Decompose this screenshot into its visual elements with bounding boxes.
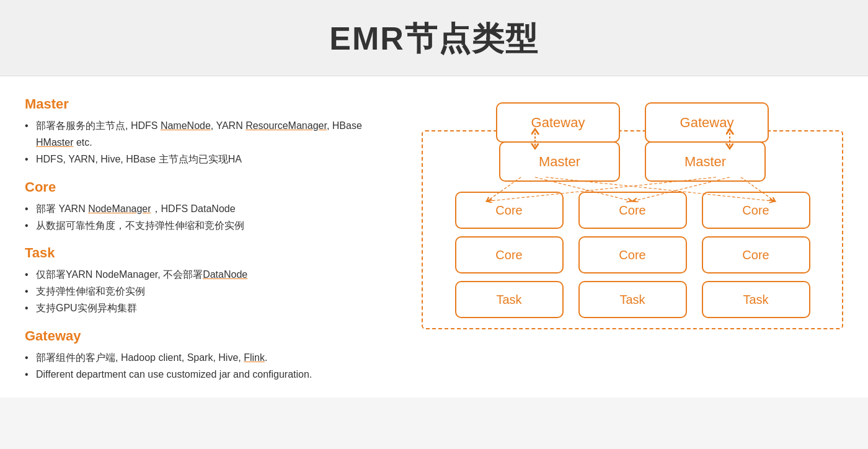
core-bullet-2: 从数据可靠性角度，不支持弹性伸缩和竞价实例 [25,217,397,234]
task-row: Task Task Task [433,281,832,318]
task-section-title: Task [25,245,397,261]
core-row-2: Core Core Core [433,236,832,273]
master-node-1: Master [499,141,620,182]
core-node-2-3: Core [702,236,810,273]
core-bullet-list: 部署 YARN NodeManager，HDFS DataNode 从数据可靠性… [25,200,397,234]
hmaster-text: HMaster [36,137,73,148]
task-bullet-2: 支持弹性伸缩和竞价实例 [25,283,397,300]
task-bullet-list: 仅部署YARN NodeManager, 不会部署DataNode 支持弹性伸缩… [25,266,397,317]
task-node-2: Task [578,281,687,318]
task-bullet-3: 支持GPU实例异构集群 [25,300,397,316]
gateway-bullet-list: 部署组件的客户端, Hadoop client, Spark, Hive, Fl… [25,349,397,383]
gateway-node-2: Gateway [645,102,769,143]
core-section-title: Core [25,179,397,195]
core-node-1-3: Core [702,192,810,229]
left-panel: Master 部署各服务的主节点, HDFS NameNode, YARN Re… [25,96,409,385]
page-header: EMR节点类型 [0,0,868,76]
cluster-box: Master Master Core Core Core [422,130,843,329]
master-section-title: Master [25,96,397,112]
task-bullet-1: 仅部署YARN NodeManager, 不会部署DataNode [25,266,397,283]
master-bullet-1: 部署各服务的主节点, HDFS NameNode, YARN ResourceM… [25,117,397,151]
gateway-bullet-1: 部署组件的客户端, Hadoop client, Spark, Hive, Fl… [25,349,397,366]
resourcemanager-text: ResourceManager [246,120,327,131]
gateway-bullet-2: Different department can use customized … [25,366,397,383]
master-bullet-2: HDFS, YARN, Hive, HBase 主节点均已实现HA [25,151,397,167]
master-bullet-list: 部署各服务的主节点, HDFS NameNode, YARN ResourceM… [25,117,397,168]
gateway-node-1: Gateway [496,102,620,143]
gateway-section-title: Gateway [25,328,397,344]
datanode-text: DataNode [203,269,247,280]
flink-text: Flink [244,352,265,363]
nodemanager-text: NodeManager [88,203,151,214]
core-row-1: Core Core Core [433,192,832,229]
core-node-2-1: Core [455,236,564,273]
task-node-1: Task [455,281,564,318]
master-node-2: Master [645,141,766,182]
core-bullet-1: 部署 YARN NodeManager，HDFS DataNode [25,200,397,217]
core-node-2-2: Core [578,236,687,273]
content-area: Master 部署各服务的主节点, HDFS NameNode, YARN Re… [0,76,868,398]
core-node-1-2: Core [578,192,687,229]
right-panel: Gateway Gateway Master Master [422,96,843,385]
core-node-1-1: Core [455,192,564,229]
page-title: EMR节点类型 [0,17,868,61]
gateway-row: Gateway Gateway [422,102,843,143]
diagram-wrapper: Gateway Gateway Master Master [422,102,843,329]
task-node-3: Task [702,281,810,318]
master-row: Master Master [433,141,832,182]
namenode-text: NameNode [161,120,211,131]
